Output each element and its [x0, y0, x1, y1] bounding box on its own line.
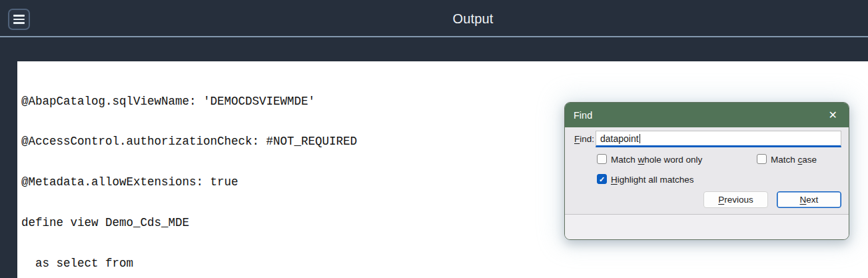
- label-text: hole word only: [644, 155, 702, 165]
- find-label-mnemonic: F: [574, 134, 580, 144]
- label-mnemonic: H: [611, 175, 618, 185]
- close-icon: ✕: [829, 109, 837, 121]
- find-dialog: Find ✕ Find: datapoint Match whole word …: [564, 102, 849, 240]
- find-input[interactable]: datapoint: [596, 131, 841, 147]
- find-dialog-titlebar[interactable]: Find ✕: [565, 103, 849, 127]
- code-line: @Metadata.allowExtensions: true: [21, 175, 455, 189]
- code-line: @AccessControl.authorizationCheck: #NOT_…: [21, 135, 455, 148]
- code-line: define view Demo_Cds_MDE: [21, 216, 455, 229]
- button-text: ext: [806, 195, 818, 205]
- match-whole-word-label[interactable]: Match whole word only: [611, 155, 702, 165]
- text-caret: [640, 134, 640, 143]
- find-field-label: Find:: [574, 134, 594, 144]
- label-text: Match: [611, 155, 638, 165]
- find-dialog-title: Find: [574, 110, 592, 121]
- next-button[interactable]: Next: [777, 191, 841, 208]
- code-block: @AbapCatalog.sqlViewName: 'DEMOCDSVIEWMD…: [21, 67, 455, 278]
- button-mnemonic: N: [800, 195, 807, 205]
- highlight-all-matches-checkbox[interactable]: ✓: [597, 174, 607, 184]
- close-button[interactable]: ✕: [826, 109, 840, 122]
- label-text: Match: [771, 155, 798, 165]
- match-case-label[interactable]: Match case: [771, 155, 817, 165]
- button-mnemonic: P: [718, 195, 724, 205]
- find-label-rest: ind:: [580, 134, 594, 144]
- label-text: ase: [802, 155, 817, 165]
- previous-button[interactable]: Previous: [703, 191, 768, 208]
- checkmark-icon: ✓: [599, 175, 605, 183]
- label-mnemonic: w: [638, 155, 645, 165]
- find-input-value: datapoint: [600, 133, 639, 144]
- highlight-all-matches-label[interactable]: Highlight all matches: [611, 175, 694, 185]
- find-dialog-footer: [565, 215, 849, 239]
- hamburger-menu-button[interactable]: [8, 9, 30, 30]
- button-text: revious: [724, 195, 753, 205]
- hamburger-icon: [13, 15, 25, 24]
- code-line: @AbapCatalog.sqlViewName: 'DEMOCDSVIEWMD…: [21, 95, 455, 108]
- page-title: Output: [452, 11, 493, 27]
- match-case-checkbox[interactable]: [757, 154, 767, 164]
- app-window: Output @AbapCatalog.sqlViewName: 'DEMOCD…: [0, 0, 868, 278]
- label-text: ighlight all matches: [618, 175, 694, 185]
- match-whole-word-checkbox[interactable]: [597, 154, 607, 164]
- header-bar: Output: [0, 0, 868, 37]
- code-line: as select from: [21, 257, 455, 270]
